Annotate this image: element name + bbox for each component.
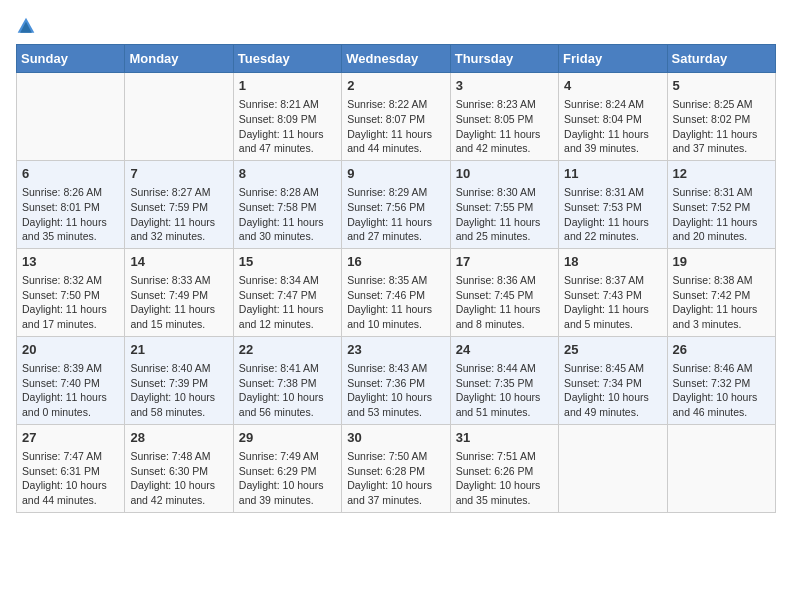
day-info: Sunset: 7:34 PM — [564, 376, 661, 391]
day-info: Sunset: 6:28 PM — [347, 464, 444, 479]
calendar-week-row: 20Sunrise: 8:39 AMSunset: 7:40 PMDayligh… — [17, 336, 776, 424]
day-info: Sunset: 7:35 PM — [456, 376, 553, 391]
day-info: Sunset: 7:39 PM — [130, 376, 227, 391]
calendar-cell: 28Sunrise: 7:48 AMSunset: 6:30 PMDayligh… — [125, 424, 233, 512]
day-info: Sunrise: 8:35 AM — [347, 273, 444, 288]
day-info: Daylight: 11 hours and 12 minutes. — [239, 302, 336, 331]
day-number: 18 — [564, 253, 661, 271]
weekday-header-cell: Saturday — [667, 45, 775, 73]
day-info: Sunset: 8:02 PM — [673, 112, 770, 127]
day-info: Daylight: 10 hours and 58 minutes. — [130, 390, 227, 419]
day-info: Sunset: 6:29 PM — [239, 464, 336, 479]
day-number: 23 — [347, 341, 444, 359]
day-info: Daylight: 11 hours and 32 minutes. — [130, 215, 227, 244]
day-info: Sunrise: 8:33 AM — [130, 273, 227, 288]
calendar-cell: 31Sunrise: 7:51 AMSunset: 6:26 PMDayligh… — [450, 424, 558, 512]
day-info: Daylight: 10 hours and 56 minutes. — [239, 390, 336, 419]
day-info: Daylight: 11 hours and 44 minutes. — [347, 127, 444, 156]
day-info: Sunset: 7:49 PM — [130, 288, 227, 303]
day-info: Sunrise: 8:32 AM — [22, 273, 119, 288]
day-info: Sunset: 7:32 PM — [673, 376, 770, 391]
day-number: 4 — [564, 77, 661, 95]
calendar-cell: 12Sunrise: 8:31 AMSunset: 7:52 PMDayligh… — [667, 160, 775, 248]
calendar-cell: 8Sunrise: 8:28 AMSunset: 7:58 PMDaylight… — [233, 160, 341, 248]
calendar-cell: 25Sunrise: 8:45 AMSunset: 7:34 PMDayligh… — [559, 336, 667, 424]
logo-icon — [16, 16, 36, 36]
day-info: Sunset: 7:43 PM — [564, 288, 661, 303]
day-number: 29 — [239, 429, 336, 447]
day-info: Sunrise: 8:41 AM — [239, 361, 336, 376]
calendar-cell: 23Sunrise: 8:43 AMSunset: 7:36 PMDayligh… — [342, 336, 450, 424]
calendar-cell: 7Sunrise: 8:27 AMSunset: 7:59 PMDaylight… — [125, 160, 233, 248]
day-info: Sunset: 6:26 PM — [456, 464, 553, 479]
calendar-body: 1Sunrise: 8:21 AMSunset: 8:09 PMDaylight… — [17, 73, 776, 513]
day-info: Sunrise: 8:25 AM — [673, 97, 770, 112]
day-info: Sunrise: 7:50 AM — [347, 449, 444, 464]
day-number: 10 — [456, 165, 553, 183]
day-number: 3 — [456, 77, 553, 95]
day-info: Sunrise: 8:46 AM — [673, 361, 770, 376]
day-info: Sunrise: 8:43 AM — [347, 361, 444, 376]
calendar-cell: 2Sunrise: 8:22 AMSunset: 8:07 PMDaylight… — [342, 73, 450, 161]
day-info: Sunrise: 8:36 AM — [456, 273, 553, 288]
day-info: Sunset: 8:05 PM — [456, 112, 553, 127]
page-header — [16, 16, 776, 36]
calendar-cell: 5Sunrise: 8:25 AMSunset: 8:02 PMDaylight… — [667, 73, 775, 161]
calendar-cell: 22Sunrise: 8:41 AMSunset: 7:38 PMDayligh… — [233, 336, 341, 424]
calendar-cell: 3Sunrise: 8:23 AMSunset: 8:05 PMDaylight… — [450, 73, 558, 161]
day-info: Daylight: 11 hours and 47 minutes. — [239, 127, 336, 156]
day-info: Sunrise: 8:37 AM — [564, 273, 661, 288]
day-number: 12 — [673, 165, 770, 183]
calendar-cell: 17Sunrise: 8:36 AMSunset: 7:45 PMDayligh… — [450, 248, 558, 336]
day-info: Sunrise: 7:47 AM — [22, 449, 119, 464]
day-info: Sunrise: 8:31 AM — [673, 185, 770, 200]
day-info: Sunrise: 8:44 AM — [456, 361, 553, 376]
day-info: Sunrise: 8:21 AM — [239, 97, 336, 112]
day-number: 27 — [22, 429, 119, 447]
day-info: Sunset: 8:07 PM — [347, 112, 444, 127]
calendar-week-row: 27Sunrise: 7:47 AMSunset: 6:31 PMDayligh… — [17, 424, 776, 512]
calendar-cell: 4Sunrise: 8:24 AMSunset: 8:04 PMDaylight… — [559, 73, 667, 161]
day-info: Daylight: 11 hours and 3 minutes. — [673, 302, 770, 331]
day-info: Sunset: 7:59 PM — [130, 200, 227, 215]
day-number: 7 — [130, 165, 227, 183]
calendar-cell: 9Sunrise: 8:29 AMSunset: 7:56 PMDaylight… — [342, 160, 450, 248]
day-info: Sunset: 8:09 PM — [239, 112, 336, 127]
day-info: Sunset: 6:30 PM — [130, 464, 227, 479]
day-number: 28 — [130, 429, 227, 447]
day-info: Daylight: 11 hours and 22 minutes. — [564, 215, 661, 244]
day-number: 2 — [347, 77, 444, 95]
day-number: 19 — [673, 253, 770, 271]
day-number: 21 — [130, 341, 227, 359]
day-info: Sunrise: 8:23 AM — [456, 97, 553, 112]
day-info: Sunrise: 8:30 AM — [456, 185, 553, 200]
day-info: Sunset: 7:45 PM — [456, 288, 553, 303]
calendar-cell — [125, 73, 233, 161]
calendar-cell: 6Sunrise: 8:26 AMSunset: 8:01 PMDaylight… — [17, 160, 125, 248]
calendar-table: SundayMondayTuesdayWednesdayThursdayFrid… — [16, 44, 776, 513]
day-info: Sunrise: 8:22 AM — [347, 97, 444, 112]
day-info: Sunrise: 8:24 AM — [564, 97, 661, 112]
day-info: Sunrise: 7:48 AM — [130, 449, 227, 464]
day-info: Daylight: 10 hours and 35 minutes. — [456, 478, 553, 507]
calendar-cell: 15Sunrise: 8:34 AMSunset: 7:47 PMDayligh… — [233, 248, 341, 336]
day-number: 14 — [130, 253, 227, 271]
day-number: 15 — [239, 253, 336, 271]
calendar-cell: 11Sunrise: 8:31 AMSunset: 7:53 PMDayligh… — [559, 160, 667, 248]
day-number: 8 — [239, 165, 336, 183]
day-info: Sunset: 7:38 PM — [239, 376, 336, 391]
day-info: Daylight: 11 hours and 15 minutes. — [130, 302, 227, 331]
day-info: Sunrise: 8:31 AM — [564, 185, 661, 200]
calendar-cell: 30Sunrise: 7:50 AMSunset: 6:28 PMDayligh… — [342, 424, 450, 512]
day-number: 6 — [22, 165, 119, 183]
day-number: 16 — [347, 253, 444, 271]
calendar-cell — [17, 73, 125, 161]
day-number: 13 — [22, 253, 119, 271]
day-info: Daylight: 11 hours and 25 minutes. — [456, 215, 553, 244]
day-info: Sunrise: 7:51 AM — [456, 449, 553, 464]
calendar-cell — [667, 424, 775, 512]
calendar-cell: 18Sunrise: 8:37 AMSunset: 7:43 PMDayligh… — [559, 248, 667, 336]
day-info: Daylight: 10 hours and 44 minutes. — [22, 478, 119, 507]
day-info: Sunset: 6:31 PM — [22, 464, 119, 479]
day-info: Daylight: 11 hours and 17 minutes. — [22, 302, 119, 331]
